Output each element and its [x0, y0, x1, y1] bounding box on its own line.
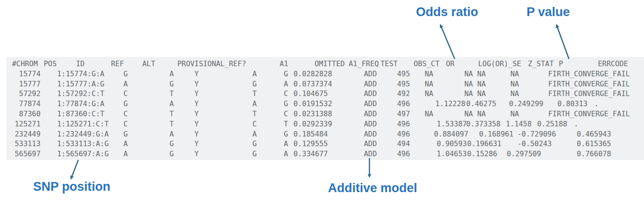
cell-provisional-ref: Y: [194, 140, 199, 148]
cell-log-or-se: NA: [464, 80, 473, 88]
header-cell-pos: POS: [44, 60, 57, 68]
cell-z-stat: -0.50243: [517, 140, 552, 148]
cell-a1: A: [252, 70, 257, 78]
slide-canvas: #CHROMPOSIDREFALTPROVISIONAL_REF?A1OMITT…: [0, 0, 644, 205]
header-cell-omitted: OMITTED: [315, 60, 345, 68]
cell-or: NA: [425, 90, 433, 98]
cell-a1-freq: 0.0282828: [293, 70, 332, 78]
cell-alt: G: [170, 140, 174, 148]
cell-errcode: FIRTH_CONVERGE_FAIL: [548, 90, 630, 98]
cell-id: 1:15777:A:G: [57, 80, 105, 88]
cell-log-or-se: 0.373358: [466, 120, 501, 128]
cell-or: 1.12228: [435, 100, 465, 108]
cell-z-stat: -0.729096: [517, 131, 556, 138]
cell-ref: A: [123, 140, 128, 148]
cell-p: NA: [510, 90, 519, 98]
cell-or: NA: [425, 80, 433, 88]
cell-omitted: A: [284, 140, 288, 148]
cell-z-stat: 1.1458: [506, 120, 532, 128]
cell-ref: C: [123, 120, 128, 128]
cell-alt: A: [170, 70, 174, 78]
cell-alt: T: [170, 110, 174, 118]
cell-log-or-se: NA: [464, 90, 473, 98]
cell-a1: G: [252, 150, 257, 158]
cell-ref: C: [123, 110, 128, 118]
cell-pos: 57292: [19, 90, 41, 98]
cell-id: 1:77874:G:A: [57, 100, 105, 108]
cell-a1: G: [252, 140, 257, 148]
cell-provisional-ref: Y: [194, 70, 199, 78]
annotation-odds-ratio: Odds ratio: [416, 5, 478, 19]
cell-omitted: A: [284, 80, 288, 88]
cell-a1: G: [252, 80, 257, 88]
cell-omitted: T: [284, 120, 288, 128]
cell-p: NA: [510, 80, 519, 88]
cell-log-or-se: 0.196631: [467, 140, 502, 148]
cell-a1-freq: 0.0292339: [293, 120, 332, 128]
annotation-p-value: P value: [527, 5, 570, 19]
cell-id: 1:15774:G:A: [57, 70, 105, 78]
cell-obs-ct: 496: [397, 120, 410, 128]
cell-id: 1:57292:C:T: [57, 90, 105, 98]
cell-ref: G: [123, 70, 128, 78]
cell-id: 1:87360:C:T: [57, 110, 105, 118]
cell-z-stat: 0.249299: [509, 100, 544, 108]
cell-pos: 125271: [15, 120, 41, 128]
header-cell-or: OR: [446, 60, 455, 68]
header-cell-provisional-ref: PROVISIONAL_REF?: [177, 60, 246, 68]
annotation-additive-model: Additive model: [328, 181, 417, 195]
cell-p: 0.25188: [537, 120, 567, 128]
cell-obs-ct: 497: [397, 110, 410, 118]
cell-omitted: G: [284, 70, 288, 78]
cell-obs-ct: 495: [397, 80, 410, 88]
cell-test: ADD: [364, 120, 377, 128]
cell-obs-ct: 492: [397, 90, 410, 98]
cell-log-or-se: 0.168961: [479, 131, 514, 138]
cell-provisional-ref: Y: [194, 110, 199, 118]
cell-p: 0.80313: [557, 100, 587, 108]
cell-omitted: C: [284, 110, 288, 118]
cell-pos: 232449: [15, 131, 41, 138]
cell-omitted: C: [284, 90, 288, 98]
cell-errcode: FIRTH_CONVERGE_FAIL: [548, 110, 630, 118]
cell-provisional-ref: Y: [194, 131, 199, 138]
header-cell-a1: A1: [280, 60, 288, 68]
cell-a1-freq: 0.185484: [293, 131, 328, 138]
cell-id: 1:232449:G:A: [57, 131, 109, 138]
cell-log-or-se: 0.15286: [467, 150, 497, 158]
cell-log-or-se: NA: [464, 70, 473, 78]
cell-z-stat: NA: [477, 80, 486, 88]
cell-p: NA: [510, 70, 519, 78]
header-cell-log-or-se: LOG(OR)_SE: [478, 60, 521, 68]
cell-a1: A: [252, 100, 257, 108]
cell-test: ADD: [364, 80, 377, 88]
cell-alt: T: [170, 90, 174, 98]
cell-test: ADD: [364, 110, 377, 118]
cell-or: 0.90593: [437, 140, 467, 148]
cell-pos: 15777: [19, 80, 41, 88]
cell-test: ADD: [364, 150, 377, 158]
cell-omitted: A: [284, 150, 288, 158]
cell-or: 0.884097: [434, 131, 468, 138]
header-cell-id: ID: [76, 60, 85, 68]
cell-a1-freq: 0.129555: [293, 140, 328, 148]
cell-alt: A: [170, 100, 174, 108]
cell-a1-freq: 0.0231388: [293, 110, 332, 118]
cell-z-stat: NA: [477, 90, 486, 98]
cell-ref: C: [123, 90, 128, 98]
cell-pos: 533113: [15, 140, 41, 148]
cell-obs-ct: 496: [397, 100, 410, 108]
cell-id: 1:565697:A:G: [57, 150, 109, 158]
cell-ref: G: [123, 131, 128, 138]
header-cell-obs-ct: OBS_CT: [414, 60, 439, 68]
cell-test: ADD: [364, 131, 377, 138]
cell-p: NA: [510, 110, 519, 118]
cell-provisional-ref: Y: [194, 90, 199, 98]
cell-test: ADD: [364, 140, 377, 148]
header-cell-z-stat: Z_STAT: [528, 60, 554, 68]
cell-alt: T: [170, 120, 174, 128]
cell-errcode: FIRTH_CONVERGE_FAIL: [548, 70, 630, 78]
cell-omitted: G: [284, 100, 288, 108]
cell-ref: A: [123, 150, 128, 158]
cell-a1-freq: 0.0191532: [293, 100, 332, 108]
